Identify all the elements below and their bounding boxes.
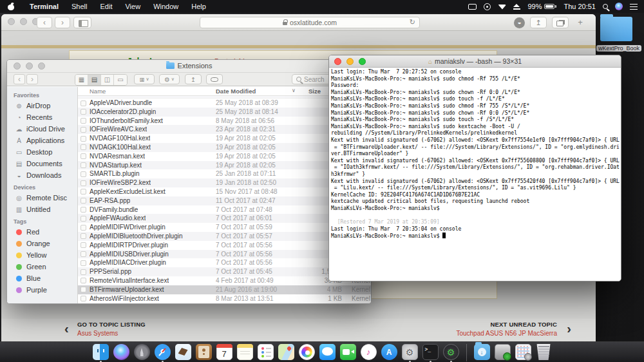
terminal-window[interactable]: ⌂ maniakslv — -bash — 93×31 Last login: …	[328, 55, 621, 281]
dock-item-contacts[interactable]	[195, 344, 213, 360]
coverflow-view-button[interactable]: ▭	[114, 75, 127, 85]
file-row[interactable]: NVDAResman.kext19 Apr 2018 at 02:05	[78, 152, 371, 161]
battery-status[interactable]: 99%	[527, 3, 556, 10]
safari-address-bar[interactable]: osxlatitude.com ↻	[200, 17, 420, 28]
prev-topic-chevron-icon[interactable]: ‹	[64, 321, 69, 336]
prev-topic-link[interactable]: Asus Systems	[77, 330, 146, 337]
dock-item-finder[interactable]	[92, 344, 109, 362]
sidebar-item-documents[interactable]: ▤Documents	[7, 158, 77, 169]
go-to-topic-listing-label[interactable]: GO TO TOPIC LISTING	[77, 321, 146, 328]
siri-menu-icon[interactable]	[615, 3, 623, 10]
next-topic-chevron-icon[interactable]: ›	[567, 321, 571, 336]
safari-sidebar-button[interactable]	[73, 17, 91, 28]
dock-item-calendar[interactable]: 7	[216, 344, 233, 360]
list-view-button[interactable]: ▤	[88, 75, 101, 85]
menu-item-edit[interactable]: Edit	[94, 3, 119, 10]
file-row[interactable]: AppleMIDIIACDriver.plugin7 Oct 2017 at 0…	[78, 258, 371, 267]
safari-share-button[interactable]: ↥	[530, 17, 547, 28]
sidebar-item-downloads[interactable]: ◒Downloads	[7, 169, 77, 181]
eject-menu-icon[interactable]	[513, 4, 520, 10]
menu-item-shell[interactable]: Shell	[65, 3, 93, 10]
reload-icon[interactable]: ↻	[410, 18, 415, 26]
dock-item-app-store[interactable]: A	[381, 344, 398, 360]
dock-item-trash[interactable]	[535, 344, 553, 360]
file-row[interactable]: EAP-RSA.ppp11 Oct 2017 at 02:4761	[78, 196, 371, 205]
file-row[interactable]: BTFirmwareUploader.kext21 Aug 2016 at 19…	[78, 285, 371, 294]
desktop-folder[interactable]: wKextPro_Book	[596, 17, 636, 53]
file-row[interactable]: DVFamily.bundle7 Oct 2017 at 07:485	[78, 205, 371, 214]
dock-item-siri[interactable]	[113, 344, 130, 360]
file-row[interactable]: AppleMIDIUSBDriver.plugin7 Oct 2017 at 0…	[78, 250, 371, 259]
tags-button[interactable]	[206, 74, 223, 84]
dock-item-facetime[interactable]	[339, 344, 357, 360]
safari-new-tab-button[interactable]: +	[574, 17, 587, 28]
menu-item-terminal[interactable]: Terminal	[23, 3, 65, 10]
file-row[interactable]: IOThunderboltFamily.kext8 May 2018 at 06…	[78, 117, 371, 126]
spotlight-icon[interactable]	[603, 4, 608, 9]
column-header-date-modified[interactable]: Date Modified	[216, 88, 256, 95]
menu-item-view[interactable]: View	[118, 3, 147, 10]
wifi-menu-icon[interactable]	[498, 4, 506, 10]
dock-item-reminders[interactable]	[257, 344, 274, 360]
sidebar-item-recents[interactable]: ◔Recents	[7, 111, 77, 123]
dock-item-system-preferences[interactable]: ⚙	[401, 344, 419, 362]
safari-forward-button[interactable]: ›	[55, 17, 70, 28]
sidebar-item-orange[interactable]: Orange	[7, 238, 77, 249]
next-unread-topic-label[interactable]: NEXT UNREAD TOPIC	[456, 321, 557, 328]
file-row[interactable]: AppleVADriver.bundle25 May 2018 at 08:39…	[78, 99, 371, 108]
finder-share-button[interactable]: ↥	[185, 74, 202, 84]
file-row[interactable]: IOFireWireSBP2.kext19 Jan 2018 at 02:502…	[78, 178, 371, 187]
icon-view-button[interactable]: ▦	[75, 75, 88, 85]
column-header-size[interactable]: Size	[308, 88, 321, 95]
safari-tabs-button[interactable]	[552, 17, 569, 28]
finder-back-button[interactable]: ‹	[14, 74, 25, 84]
file-row[interactable]: NVDAStartup.kext19 Apr 2018 at 02:054	[78, 161, 371, 170]
sidebar-item-yellow[interactable]: Yellow	[7, 249, 77, 261]
menu-clock[interactable]: Thu 20:51	[564, 3, 596, 10]
sidebar-item-remote-disc[interactable]: ◎Remote Disc	[7, 192, 77, 204]
dock-item-kext-tool[interactable]: ⚙	[442, 344, 460, 362]
dock-item-mail[interactable]	[175, 344, 192, 360]
sidebar-item-airdrop[interactable]: ⊚AirDrop	[7, 100, 77, 111]
column-view-button[interactable]: ◫	[101, 75, 114, 85]
safari-back-button[interactable]: ‹	[37, 17, 52, 28]
action-menu-button[interactable]: ⚙∨	[159, 74, 180, 84]
dock-item-messages[interactable]	[319, 344, 336, 360]
file-row[interactable]: NVDAGF100Hal.kext19 Apr 2018 at 02:052,	[78, 134, 371, 143]
file-row[interactable]: AppleMIDIBluetoothDriver.plugin7 Oct 201…	[78, 232, 371, 241]
file-row[interactable]: AppleMIDIRTPDriver.plugin7 Oct 2017 at 0…	[78, 241, 371, 250]
terminal-output[interactable]: Last login: Thu Mar 7 20:27:52 on consol…	[329, 68, 621, 281]
file-row[interactable]: AppleFWAudio.kext7 Oct 2017 at 06:0163	[78, 214, 371, 223]
next-topic-link[interactable]: Touchpad ASUS N56 JP MacSierra	[456, 330, 557, 337]
sidebar-item-untitled[interactable]: ▥Untitled	[7, 204, 77, 215]
sidebar-item-purple[interactable]: Purple	[7, 284, 77, 296]
safari-traffic-lights[interactable]	[8, 18, 39, 25]
dock-item-photos[interactable]	[298, 344, 316, 360]
dock-item-terminal[interactable]: >_	[422, 344, 439, 362]
sidebar-item-red[interactable]: Red	[7, 226, 77, 238]
dock-item-downloads[interactable]: ↓	[473, 344, 491, 360]
group-by-button[interactable]: ⊞∨	[134, 74, 155, 84]
sidebar-item-blue[interactable]: Blue	[7, 272, 77, 284]
sidebar-item-desktop[interactable]: ▭Desktop	[7, 146, 77, 158]
sidebar-item-icloud-drive[interactable]: ☁iCloud Drive	[7, 123, 77, 135]
display-menu-icon[interactable]	[468, 4, 477, 10]
dock-item-safari[interactable]	[154, 344, 171, 362]
finder-window[interactable]: Extensions ‹ › ▦ ▤ ◫ ▭ ⊞∨ ⚙∨ ↥ Search Fa	[6, 59, 372, 304]
dock-item-itunes[interactable]: ♪	[360, 344, 377, 360]
file-row[interactable]: SMARTLib.plugin25 Jan 2018 at 07:116	[78, 169, 371, 178]
file-row[interactable]: PPPSerial.ppp7 Oct 2017 at 05:451,5 MBPP…	[78, 267, 371, 276]
column-header-name[interactable]: Name	[90, 88, 106, 95]
dock-item-minimized-window-2[interactable]	[515, 344, 532, 360]
apple-menu-icon[interactable]	[8, 3, 14, 10]
file-row[interactable]: IOFireWireAVC.kext23 Apr 2018 at 02:3128	[78, 125, 371, 134]
dock-item-notes[interactable]	[236, 344, 254, 360]
screen-recording-menu-icon[interactable]	[484, 3, 491, 10]
menu-item-window[interactable]: Window	[147, 3, 185, 10]
file-row[interactable]: RemoteVirtualInterface.kext4 Feb 2017 at…	[78, 276, 371, 285]
finder-forward-button[interactable]: ›	[26, 74, 38, 84]
safari-downloads-button[interactable]: ◒	[514, 17, 525, 28]
dock-item-launchpad[interactable]	[133, 344, 151, 360]
file-row[interactable]: NVDAGK100Hal.kext19 Apr 2018 at 02:05	[78, 143, 371, 152]
file-row[interactable]: AppleKextExcludeList.kext15 Nov 2017 at …	[78, 187, 371, 196]
